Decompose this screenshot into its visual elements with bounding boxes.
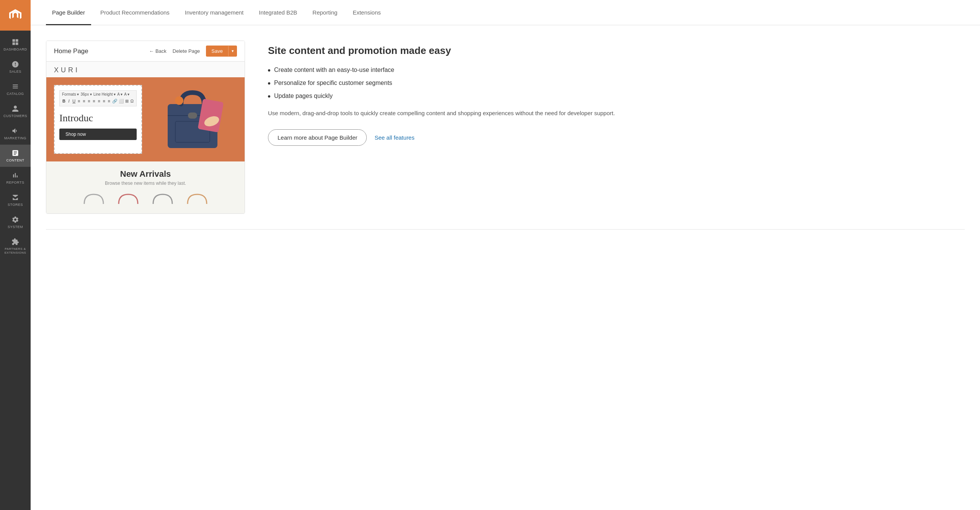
pb-dot-decoration xyxy=(175,96,183,105)
sidebar-item-content[interactable]: Content xyxy=(0,145,31,167)
svg-rect-1 xyxy=(16,39,18,42)
bullet-dot-1 xyxy=(268,69,270,72)
feature-bullet-text-2: Personalize for specific customer segmen… xyxy=(274,80,392,86)
product-thumb-icon-4 xyxy=(186,191,209,206)
svg-rect-8 xyxy=(188,112,197,119)
sidebar-item-label: Content xyxy=(7,158,24,162)
product-thumb-2 xyxy=(115,191,142,206)
tab-product-recommendations[interactable]: Product Recommendations xyxy=(94,0,176,25)
feature-bullet-3: Update pages quickly xyxy=(268,93,957,99)
tab-navigation: Page Builder Product Recommendations Inv… xyxy=(31,0,980,25)
fontsize-dropdown[interactable]: 36px ▾ xyxy=(80,92,91,96)
feature-bullets: Create content with an easy-to-use inter… xyxy=(268,67,957,99)
stores-icon xyxy=(11,194,19,201)
sidebar-item-marketing[interactable]: Marketing xyxy=(0,122,31,145)
more-button[interactable]: Ω xyxy=(130,98,134,104)
pb-shop-now-button[interactable]: Shop now xyxy=(59,129,137,140)
pb-header: Home Page ← Back Delete Page Save ▾ xyxy=(46,41,245,62)
learn-more-button[interactable]: Learn more about Page Builder xyxy=(268,129,367,146)
customers-icon xyxy=(11,105,19,112)
system-icon xyxy=(11,216,19,223)
bold-button[interactable]: B xyxy=(62,98,66,104)
sidebar-item-label: Sales xyxy=(9,70,21,73)
formats-dropdown[interactable]: Formats ▾ xyxy=(62,92,79,96)
catalog-icon xyxy=(11,83,19,90)
pb-brand-name: XURI xyxy=(46,62,245,77)
sidebar-item-catalog[interactable]: Catalog xyxy=(0,78,31,100)
content-icon xyxy=(11,149,19,157)
bullet-dot-2 xyxy=(268,82,270,85)
product-thumb-icon-3 xyxy=(151,191,174,206)
pb-save-button[interactable]: Save ▾ xyxy=(206,46,237,57)
bottom-divider xyxy=(46,229,965,230)
pb-arrivals-subtitle: Browse these new items while they last. xyxy=(54,181,237,186)
sidebar-item-sales[interactable]: Sales xyxy=(0,56,31,78)
sidebar-item-label: Marketing xyxy=(4,136,26,140)
reports-icon xyxy=(11,171,19,179)
link-button[interactable]: 🔗 xyxy=(112,98,118,104)
pb-arrivals-title: New Arrivals xyxy=(54,169,237,179)
italic-button[interactable]: I xyxy=(67,98,71,104)
svg-rect-9 xyxy=(198,99,223,132)
sidebar-item-customers[interactable]: Customers xyxy=(0,100,31,122)
color-a-icon[interactable]: A ▾ xyxy=(117,92,122,96)
align-justify-button[interactable]: ≡ xyxy=(92,98,96,104)
marketing-icon xyxy=(11,127,19,135)
image-button[interactable]: ⬜ xyxy=(119,98,124,104)
list2-button[interactable]: ≡ xyxy=(102,98,106,104)
see-all-features-link[interactable]: See all features xyxy=(374,134,414,141)
feature-bullet-text-1: Create content with an easy-to-use inter… xyxy=(274,67,394,73)
pb-back-button[interactable]: ← Back xyxy=(149,48,167,54)
table-button[interactable]: ⊞ xyxy=(125,98,129,104)
align-right-button[interactable]: ≡ xyxy=(87,98,91,104)
indent-button[interactable]: ≡ xyxy=(107,98,111,104)
bullet-dot-3 xyxy=(268,95,270,98)
feature-panel: Site content and promotion made easy Cre… xyxy=(268,41,957,146)
pb-page-title: Home Page xyxy=(54,47,88,55)
sidebar-item-stores[interactable]: Stores xyxy=(0,189,31,211)
svg-rect-3 xyxy=(16,42,18,45)
align-left-button[interactable]: ≡ xyxy=(77,98,81,104)
product-thumb-4 xyxy=(184,191,211,206)
sidebar-item-label: Partners & Extensions xyxy=(2,247,29,254)
pb-save-arrow-icon[interactable]: ▾ xyxy=(228,46,237,56)
list-button[interactable]: ≡ xyxy=(97,98,101,104)
partners-icon xyxy=(11,238,19,246)
pb-editor-toolbar: Formats ▾ 36px ▾ Line Height ▾ A ▾ A ▾ B… xyxy=(59,90,137,106)
pb-bag-area xyxy=(148,85,237,154)
underline-button[interactable]: U xyxy=(72,98,76,104)
tab-integrated-b2b[interactable]: Integrated B2B xyxy=(253,0,303,25)
tab-reporting[interactable]: Reporting xyxy=(306,0,343,25)
pb-editor-text[interactable]: Introduc xyxy=(59,112,137,124)
sales-icon xyxy=(11,60,19,68)
tab-inventory-management[interactable]: Inventory management xyxy=(179,0,250,25)
sidebar-item-system[interactable]: System xyxy=(0,211,31,233)
pb-toolbar-row2: B I U ≡ ≡ ≡ ≡ ≡ ≡ ≡ xyxy=(62,98,134,104)
feature-bullet-2: Personalize for specific customer segmen… xyxy=(268,80,957,86)
content-area: Home Page ← Back Delete Page Save ▾ XURI xyxy=(31,25,980,229)
sidebar-item-label: Dashboard xyxy=(3,47,27,51)
sidebar-logo[interactable] xyxy=(0,0,31,31)
feature-actions: Learn more about Page Builder See all fe… xyxy=(268,129,957,146)
product-thumb-1 xyxy=(80,191,107,206)
sidebar-item-partners[interactable]: Partners & Extensions xyxy=(0,233,31,259)
tab-page-builder[interactable]: Page Builder xyxy=(46,0,91,25)
sidebar-item-dashboard[interactable]: Dashboard xyxy=(0,34,31,56)
align-center-button[interactable]: ≡ xyxy=(82,98,86,104)
sidebar-item-reports[interactable]: Reports xyxy=(0,167,31,189)
main-content: Page Builder Product Recommendations Inv… xyxy=(31,0,980,510)
pb-arrivals-products xyxy=(54,191,237,206)
sidebar-item-label: Catalog xyxy=(7,92,24,96)
feature-title: Site content and promotion made easy xyxy=(268,44,957,57)
magento-logo-icon xyxy=(8,8,23,23)
pb-delete-button[interactable]: Delete Page xyxy=(173,48,200,54)
feature-description: Use modern, drag-and-drop tools to quick… xyxy=(268,109,957,118)
feature-bullet-text-3: Update pages quickly xyxy=(274,93,333,99)
sidebar-item-label: Stores xyxy=(8,203,23,207)
bg-color-icon[interactable]: A ▾ xyxy=(124,92,129,96)
bag-image xyxy=(162,85,223,154)
pb-actions: ← Back Delete Page Save ▾ xyxy=(149,46,237,57)
lineheight-dropdown[interactable]: Line Height ▾ xyxy=(93,92,116,96)
tab-extensions[interactable]: Extensions xyxy=(346,0,387,25)
pb-editor-box: Formats ▾ 36px ▾ Line Height ▾ A ▾ A ▾ B… xyxy=(54,85,142,154)
